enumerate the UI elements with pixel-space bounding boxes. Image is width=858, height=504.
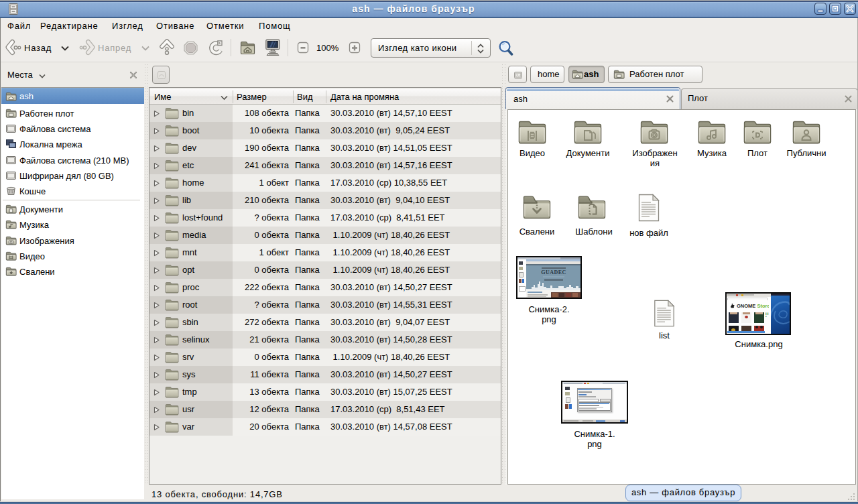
svg-text:GNOME Store: GNOME Store xyxy=(737,303,769,309)
svg-text:GUADEC: GUADEC xyxy=(541,269,566,275)
